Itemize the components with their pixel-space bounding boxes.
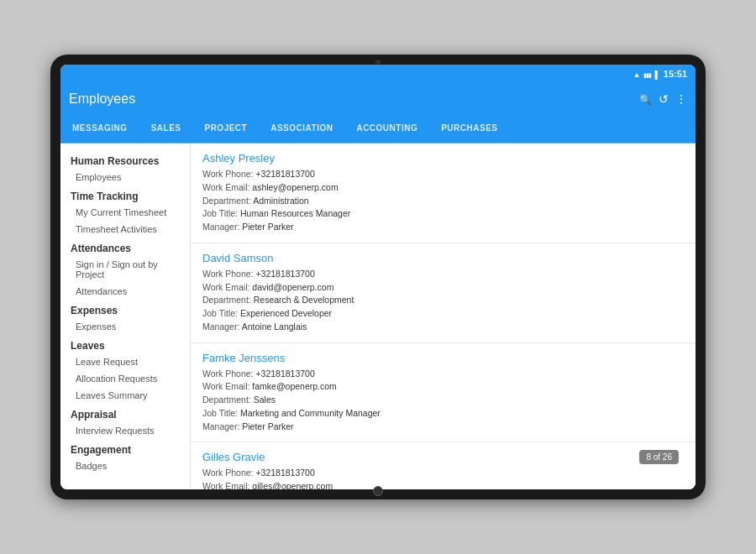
employee-entry: Famke Jenssens Work Phone: +32181813700 … — [191, 343, 696, 443]
sidebar-item-leaves-summary[interactable]: Leaves Summary — [60, 387, 190, 404]
status-bar: 15:51 — [60, 65, 696, 83]
employee-details: Work Phone: +32181813700 Work Email: gil… — [202, 467, 684, 489]
wifi-icon — [633, 70, 641, 79]
sidebar-item-leave-request[interactable]: Leave Request — [60, 353, 190, 370]
sidebar-item-attendances[interactable]: Attendances — [60, 283, 190, 300]
employee-name[interactable]: Ashley Presley — [202, 152, 684, 165]
signal-icon — [643, 70, 651, 79]
sidebar-item-allocation-requests[interactable]: Allocation Requests — [60, 370, 190, 387]
battery-icon — [654, 70, 659, 79]
employee-details: Work Phone: +32181813700 Work Email: dav… — [202, 268, 684, 334]
app-title: Employees — [69, 91, 631, 107]
sidebar-item-expenses[interactable]: Expenses — [60, 318, 190, 335]
nav-tabs: MESSAGING SALES PROJECT ASSOCIATION ACCO… — [60, 115, 696, 144]
sidebar: Human Resources Employees Time Tracking … — [60, 144, 191, 489]
employee-entry: Ashley Presley Work Phone: +32181813700 … — [191, 144, 696, 243]
tab-accounting[interactable]: ACCOUNTING — [344, 115, 429, 143]
more-options-icon[interactable] — [675, 91, 687, 107]
sidebar-section-human-resources: Human Resources — [60, 150, 190, 169]
status-time: 15:51 — [664, 69, 687, 79]
sidebar-section-expenses: Expenses — [60, 300, 190, 318]
app-bar-icons — [639, 91, 687, 107]
app-bar: Employees — [60, 83, 696, 115]
search-icon[interactable] — [639, 91, 652, 107]
sidebar-section-attendances: Attendances — [60, 238, 190, 256]
tablet-home-button[interactable] — [373, 486, 383, 496]
sidebar-item-sign-in-out[interactable]: Sign in / Sign out by Project — [60, 256, 190, 283]
sidebar-item-my-timesheet[interactable]: My Current Timesheet — [60, 204, 190, 221]
tab-messaging[interactable]: MESSAGING — [60, 115, 139, 143]
tablet-screen: 15:51 Employees MESSAGING SALES PROJECT … — [60, 65, 696, 489]
sidebar-item-interview-requests[interactable]: Interview Requests — [60, 422, 190, 439]
sidebar-item-employees[interactable]: Employees — [60, 169, 190, 186]
employee-name[interactable]: Famke Jenssens — [202, 352, 684, 364]
sidebar-section-appraisal: Appraisal — [60, 404, 190, 422]
employee-details: Work Phone: +32181813700 Work Email: fam… — [202, 368, 684, 434]
pagination-badge: 8 of 26 — [639, 450, 679, 464]
employee-list: Ashley Presley Work Phone: +32181813700 … — [191, 144, 696, 489]
employee-name[interactable]: Gilles Gravie — [202, 451, 684, 463]
tablet-frame: 15:51 Employees MESSAGING SALES PROJECT … — [50, 55, 706, 499]
sidebar-item-badges[interactable]: Badges — [60, 457, 190, 474]
employee-details: Work Phone: +32181813700 Work Email: ash… — [202, 168, 684, 234]
employee-name[interactable]: David Samson — [202, 252, 684, 264]
tab-purchases[interactable]: PURCHASES — [429, 115, 509, 143]
sidebar-section-leaves: Leaves — [60, 335, 190, 353]
tablet-camera — [375, 60, 381, 65]
sidebar-section-engagement: Engagement — [60, 439, 190, 457]
tab-sales[interactable]: SALES — [139, 115, 193, 143]
sidebar-section-time-tracking: Time Tracking — [60, 186, 190, 204]
main-content: Human Resources Employees Time Tracking … — [60, 144, 696, 489]
tab-project[interactable]: PROJECT — [192, 115, 259, 143]
refresh-icon[interactable] — [659, 91, 669, 107]
employee-entry: David Samson Work Phone: +32181813700 Wo… — [191, 243, 696, 343]
sidebar-item-timesheet-activities[interactable]: Timesheet Activities — [60, 221, 190, 238]
employee-entry: Gilles Gravie Work Phone: +32181813700 W… — [191, 442, 696, 489]
tab-association[interactable]: ASSOCIATION — [259, 115, 344, 143]
status-icons: 15:51 — [633, 69, 687, 79]
